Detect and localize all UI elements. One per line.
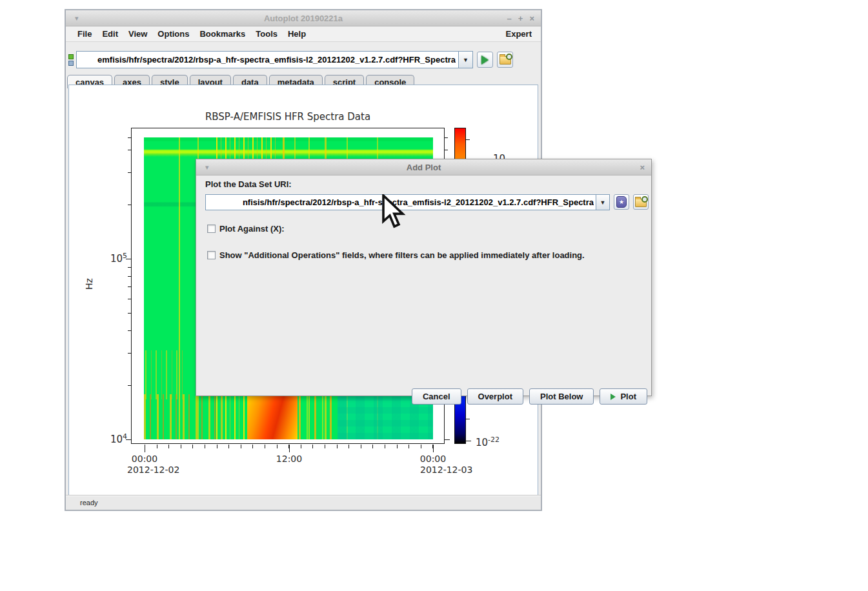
plot-against-label: Plot Against (X): (219, 224, 285, 234)
x-axis-major-tick (289, 445, 290, 452)
status-message: ready (80, 499, 98, 506)
y-tick-label-1e4: 104 (100, 432, 127, 445)
uri-input[interactable] (76, 51, 458, 68)
colorbar-tick (466, 139, 470, 140)
chevron-down-icon: ▼ (463, 57, 469, 63)
spectrogram-bottom-left-mix (144, 394, 223, 439)
menu-view[interactable]: View (123, 29, 152, 39)
dialog-title: Add Plot (196, 163, 651, 172)
maximize-button[interactable]: + (518, 14, 523, 23)
status-bar: ready (66, 495, 541, 510)
show-operations-checkbox[interactable] (207, 251, 216, 259)
datasource-status-icons (68, 54, 74, 66)
screen: ▾ Autoplot 20190221a – + × File Edit Vie… (0, 0, 868, 591)
x-tick-label-00-right: 00:00 (414, 454, 452, 464)
dialog-uri-dropdown-button[interactable]: ▼ (596, 194, 610, 210)
plot-title: RBSP-A/EMFISIS HFR Spectra Data (131, 111, 445, 123)
green-square-icon (68, 54, 74, 59)
go-plot-button[interactable] (477, 52, 493, 68)
y-tick-label-1e5: 105 (100, 252, 127, 265)
x-date-label-left: 2012-12-02 (127, 465, 179, 475)
star-icon: ★ (619, 199, 624, 205)
spectrogram-orange-streaks-midright (299, 394, 338, 439)
x-axis-major-tick (433, 445, 434, 452)
colorbar-tick (466, 419, 470, 419)
overplot-button[interactable]: Overplot (467, 388, 523, 405)
plot-button[interactable]: Plot (600, 388, 647, 405)
uri-dropdown-button[interactable]: ▼ (458, 51, 473, 68)
uri-toolbar: ▼ (66, 42, 541, 74)
window-title: Autoplot 20190221a (66, 14, 541, 23)
colorbar-label-1e-22: 10-22 (476, 436, 500, 448)
blue-square-icon (68, 61, 74, 66)
mouse-cursor (381, 194, 407, 234)
plot-below-button[interactable]: Plot Below (529, 388, 594, 405)
dialog-close-button[interactable]: × (640, 163, 645, 172)
dialog-inspect-uri-button[interactable] (633, 194, 649, 210)
dataset-uri-label: Plot the Data Set URI: (205, 179, 292, 189)
x-tick-label-00-left: 00:00 (125, 454, 164, 464)
bookmark-book-icon: ★ (616, 196, 627, 208)
dialog-button-row: Cancel Overplot Plot Below Plot (412, 388, 647, 405)
dialog-titlebar[interactable]: ▾ Add Plot × (196, 159, 651, 175)
expert-mode-label[interactable]: Expert (506, 29, 534, 39)
menu-options[interactable]: Options (152, 29, 194, 39)
spectrogram-left-lower-streaks (145, 350, 187, 399)
dialog-bookmark-button[interactable]: ★ (614, 194, 629, 210)
menu-bar: File Edit View Options Bookmarks Tools H… (66, 26, 541, 42)
inspect-uri-button[interactable] (497, 52, 513, 68)
dialog-uri-combo: ▼ ★ (205, 194, 649, 210)
menu-help[interactable]: Help (283, 29, 311, 39)
x-date-label-right: 2012-12-03 (420, 465, 472, 475)
minimize-button[interactable]: – (507, 14, 512, 23)
y-axis-title: Hz (84, 278, 94, 290)
folder-magnifier-icon (500, 56, 511, 65)
chevron-down-icon: ▼ (600, 199, 606, 206)
close-button[interactable]: × (529, 14, 534, 23)
spectrogram-red-patch (247, 392, 298, 439)
cancel-button[interactable]: Cancel (412, 388, 461, 405)
x-axis-major-tick (145, 445, 145, 452)
uri-combo: ▼ (76, 51, 473, 68)
show-operations-label: Show "Additional Operations" fields, whe… (219, 250, 585, 260)
play-icon (481, 55, 489, 65)
x-tick-label-12: 12:00 (270, 454, 308, 464)
menu-edit[interactable]: Edit (97, 29, 123, 39)
plot-against-checkbox[interactable] (207, 225, 216, 233)
add-plot-dialog: ▾ Add Plot × Plot the Data Set URI: ▼ ★ (196, 159, 652, 396)
window-titlebar[interactable]: ▾ Autoplot 20190221a – + × (66, 10, 541, 26)
menu-file[interactable]: File (72, 29, 97, 39)
menu-tools[interactable]: Tools (250, 29, 283, 39)
menu-bookmarks[interactable]: Bookmarks (194, 29, 250, 39)
folder-magnifier-icon (635, 199, 647, 207)
play-icon (611, 394, 616, 400)
colorbar-tick (466, 441, 471, 441)
